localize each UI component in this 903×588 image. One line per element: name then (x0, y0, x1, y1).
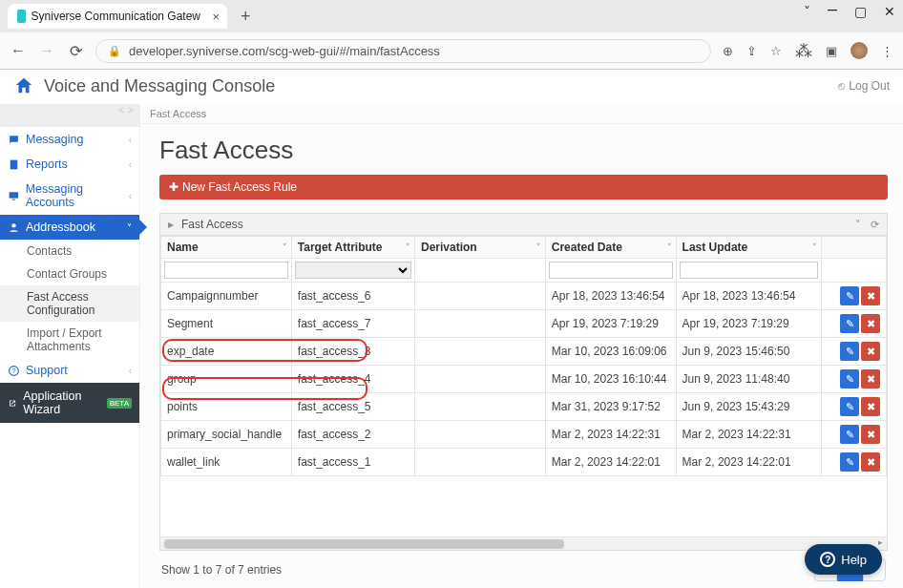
grid-header: ▸ Fast Access ˅ ⟳ (160, 214, 887, 236)
delete-button[interactable]: ✖ (861, 425, 880, 444)
sidebar-item-wizard[interactable]: Application Wizard BETA (0, 383, 139, 423)
delete-button[interactable]: ✖ (861, 369, 880, 388)
profile-avatar-icon[interactable] (850, 42, 868, 59)
cell-created: Apr 19, 2023 7:19:29 (545, 310, 676, 338)
cell-derivation (414, 366, 545, 393)
cell-created: Mar 10, 2023 16:10:44 (545, 366, 676, 393)
sidebar-sub-contact-groups[interactable]: Contact Groups (0, 262, 139, 285)
col-name[interactable]: Name˅ (161, 237, 292, 259)
app-header: Voice and Messaging Console ⎋ Log Out (0, 70, 903, 104)
cell-derivation (414, 449, 545, 476)
edit-button[interactable]: ✎ (840, 314, 859, 333)
window-down-icon[interactable]: ˅ (804, 4, 810, 19)
new-tab-button[interactable]: + (235, 7, 257, 27)
edit-button[interactable]: ✎ (840, 397, 859, 416)
sidebar-item-reports[interactable]: Reports ‹ (0, 152, 139, 177)
sidebar-item-messaging[interactable]: Messaging ‹ (0, 127, 139, 152)
url-field[interactable]: 🔒 developer.syniverse.com/scg-web-gui/#/… (95, 39, 711, 63)
col-created[interactable]: Created Date˅ (545, 237, 676, 259)
extensions-icon[interactable]: ⁂ (795, 40, 812, 61)
sidebar-item-addressbook[interactable]: Addressbook ˅ (0, 215, 139, 240)
col-derivation[interactable]: Derivation˅ (414, 237, 545, 259)
chevron-left-icon: ‹ (129, 366, 132, 376)
star-icon[interactable]: ☆ (770, 44, 782, 58)
svg-point-3 (11, 223, 15, 227)
horizontal-scrollbar[interactable]: ◂ ▸ (160, 536, 887, 550)
col-target[interactable]: Target Attribute˅ (291, 237, 414, 259)
col-actions (821, 237, 886, 259)
browser-chrome: Syniverse Communication Gatew × + ˅ – ▢ … (0, 0, 903, 70)
grid-refresh-icon[interactable]: ⟳ (871, 219, 879, 231)
home-icon[interactable] (13, 75, 34, 96)
external-icon (8, 397, 17, 410)
cell-name: Campaignnumber (161, 283, 292, 310)
cell-derivation (414, 310, 545, 338)
window-minimize-icon[interactable]: – (828, 4, 837, 19)
wizard-label: Application Wizard (23, 389, 100, 416)
logout-link[interactable]: ⎋ Log Out (838, 79, 890, 93)
logout-label: Log Out (849, 79, 890, 93)
new-button-label: New Fast Access Rule (182, 180, 297, 194)
new-fast-access-rule-button[interactable]: ✚ New Fast Access Rule (159, 175, 888, 200)
window-close-icon[interactable]: ✕ (884, 4, 895, 19)
breadcrumb: Fast Access (140, 104, 903, 124)
sidebar-item-support[interactable]: ? Support ‹ (0, 358, 139, 383)
grid-info: Show 1 to 7 of 7 entries (161, 563, 282, 577)
table-row[interactable]: groupfast_access_4Mar 10, 2023 16:10:44J… (161, 366, 887, 393)
delete-button[interactable]: ✖ (861, 397, 880, 416)
filter-name-input[interactable] (164, 262, 288, 279)
delete-button[interactable]: ✖ (861, 314, 880, 333)
grid-collapse-icon[interactable]: ▸ (168, 218, 174, 231)
nav-forward-icon[interactable]: → (38, 42, 55, 59)
monitor-icon (8, 190, 20, 202)
sort-icon: ˅ (536, 242, 541, 252)
sidebar-sub-import-export[interactable]: Import / Export Attachments (0, 322, 139, 358)
filter-updated-input[interactable] (680, 262, 818, 279)
cell-target: fast_access_3 (291, 338, 414, 366)
table-row[interactable]: Segmentfast_access_7Apr 19, 2023 7:19:29… (161, 310, 887, 338)
tab-strip: Syniverse Communication Gatew × + ˅ – ▢ … (0, 0, 903, 32)
nav-reload-icon[interactable]: ⟳ (67, 42, 84, 60)
edit-button[interactable]: ✎ (840, 369, 859, 388)
cell-name: primary_social_handle (161, 421, 292, 449)
delete-button[interactable]: ✖ (861, 452, 880, 472)
zoom-icon[interactable]: ⊕ (723, 44, 733, 58)
sidebar-sub-contacts[interactable]: Contacts (0, 240, 139, 262)
svg-rect-2 (12, 199, 15, 200)
sidebar-label: Reports (26, 158, 68, 171)
help-button[interactable]: ? Help (805, 544, 882, 575)
delete-button[interactable]: ✖ (861, 286, 880, 305)
menu-icon[interactable]: ⋮ (881, 44, 893, 58)
sidebar-sub-fast-access[interactable]: Fast Access Configuration (0, 285, 139, 322)
col-updated[interactable]: Last Update˅ (676, 237, 821, 259)
grid-title: Fast Access (181, 218, 243, 231)
window-maximize-icon[interactable]: ▢ (854, 4, 867, 19)
sort-icon: ˅ (667, 242, 672, 252)
sidebar-toggle[interactable]: < > (0, 104, 139, 127)
panel-icon[interactable]: ▣ (826, 44, 837, 58)
table-row[interactable]: Campaignnumberfast_access_6Apr 18, 2023 … (161, 283, 887, 310)
grid-min-icon[interactable]: ˅ (855, 219, 861, 231)
cell-updated: Jun 9, 2023 15:43:29 (676, 393, 821, 421)
scrollbar-thumb[interactable] (164, 539, 564, 549)
table-row[interactable]: exp_datefast_access_3Mar 10, 2023 16:09:… (161, 338, 887, 366)
sidebar-label: Messaging Accounts (26, 182, 132, 209)
filter-created-input[interactable] (549, 262, 673, 279)
edit-button[interactable]: ✎ (840, 452, 859, 472)
browser-tab[interactable]: Syniverse Communication Gatew × (8, 4, 227, 29)
tab-close-icon[interactable]: × (212, 10, 220, 24)
table-row[interactable]: wallet_linkfast_access_1Mar 2, 2023 14:2… (161, 449, 887, 476)
delete-button[interactable]: ✖ (861, 342, 880, 361)
cell-updated: Mar 2, 2023 14:22:31 (676, 421, 821, 449)
cell-name: exp_date (161, 338, 292, 366)
share-icon[interactable]: ⇪ (746, 44, 757, 58)
sidebar-item-messaging-accounts[interactable]: Messaging Accounts ‹ (0, 177, 139, 215)
filter-target-select[interactable] (295, 262, 411, 279)
edit-button[interactable]: ✎ (840, 342, 859, 361)
edit-button[interactable]: ✎ (840, 425, 859, 444)
table-row[interactable]: primary_social_handlefast_access_2Mar 2,… (161, 421, 887, 449)
table-row[interactable]: pointsfast_access_5Mar 31, 2023 9:17:52J… (161, 393, 887, 421)
svg-rect-1 (10, 192, 18, 198)
edit-button[interactable]: ✎ (840, 286, 859, 305)
nav-back-icon[interactable]: ← (10, 42, 27, 59)
